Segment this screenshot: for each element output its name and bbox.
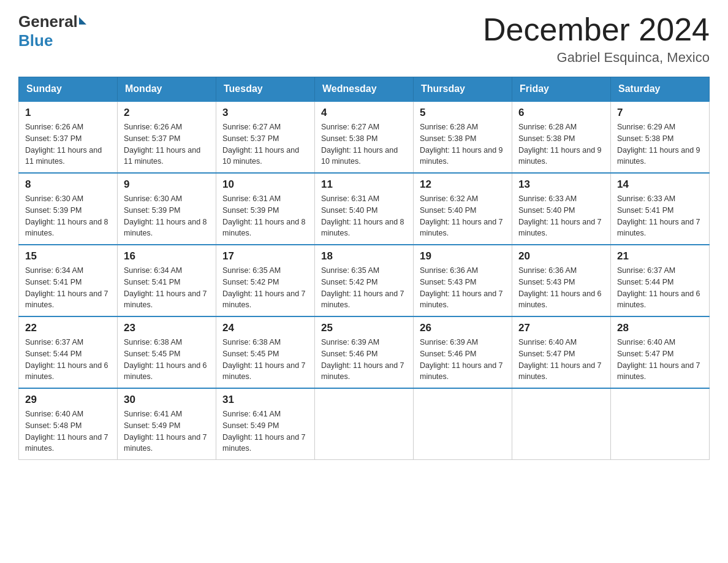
day-number: 24 [222, 322, 308, 334]
day-number: 25 [321, 322, 407, 334]
day-number: 3 [222, 107, 308, 119]
day-number: 16 [124, 250, 210, 262]
weekday-header-saturday: Saturday [611, 77, 710, 102]
calendar-cell: 11Sunrise: 6:31 AMSunset: 5:40 PMDayligh… [315, 173, 414, 245]
day-info: Sunrise: 6:38 AMSunset: 5:45 PMDaylight:… [222, 337, 308, 383]
week-row-2: 8Sunrise: 6:30 AMSunset: 5:39 PMDaylight… [19, 173, 710, 245]
weekday-header-friday: Friday [512, 77, 611, 102]
calendar-cell: 3Sunrise: 6:27 AMSunset: 5:37 PMDaylight… [216, 101, 315, 173]
calendar-cell [512, 388, 611, 460]
day-number: 11 [321, 178, 407, 191]
day-info: Sunrise: 6:26 AMSunset: 5:37 PMDaylight:… [124, 121, 210, 167]
weekday-header-row: SundayMondayTuesdayWednesdayThursdayFrid… [19, 77, 710, 102]
calendar-cell: 18Sunrise: 6:35 AMSunset: 5:42 PMDayligh… [315, 245, 414, 316]
calendar-cell: 8Sunrise: 6:30 AMSunset: 5:39 PMDaylight… [19, 173, 118, 245]
logo-general-text: General [18, 12, 78, 31]
day-number: 10 [222, 178, 308, 191]
day-info: Sunrise: 6:31 AMSunset: 5:39 PMDaylight:… [222, 193, 308, 239]
day-number: 14 [617, 178, 703, 191]
day-info: Sunrise: 6:29 AMSunset: 5:38 PMDaylight:… [617, 121, 703, 167]
calendar-cell: 17Sunrise: 6:35 AMSunset: 5:42 PMDayligh… [216, 245, 315, 316]
day-number: 21 [617, 250, 703, 262]
calendar-cell: 27Sunrise: 6:40 AMSunset: 5:47 PMDayligh… [512, 316, 611, 388]
day-number: 15 [25, 250, 111, 262]
weekday-header-wednesday: Wednesday [315, 77, 414, 102]
day-number: 23 [124, 322, 210, 334]
calendar-cell: 28Sunrise: 6:40 AMSunset: 5:47 PMDayligh… [611, 316, 710, 388]
calendar-cell: 16Sunrise: 6:34 AMSunset: 5:41 PMDayligh… [118, 245, 216, 316]
day-info: Sunrise: 6:27 AMSunset: 5:38 PMDaylight:… [321, 121, 407, 167]
day-info: Sunrise: 6:35 AMSunset: 5:42 PMDaylight:… [321, 265, 407, 311]
calendar-cell: 21Sunrise: 6:37 AMSunset: 5:44 PMDayligh… [611, 245, 710, 316]
day-number: 5 [420, 107, 506, 119]
day-number: 7 [617, 107, 703, 119]
day-info: Sunrise: 6:40 AMSunset: 5:47 PMDaylight:… [518, 337, 604, 383]
calendar-cell: 5Sunrise: 6:28 AMSunset: 5:38 PMDaylight… [414, 101, 512, 173]
calendar-cell: 10Sunrise: 6:31 AMSunset: 5:39 PMDayligh… [216, 173, 315, 245]
day-number: 12 [420, 178, 506, 191]
calendar-cell [414, 388, 512, 460]
day-number: 4 [321, 107, 407, 119]
day-number: 20 [518, 250, 604, 262]
weekday-header-thursday: Thursday [414, 77, 512, 102]
calendar-cell [315, 388, 414, 460]
day-info: Sunrise: 6:37 AMSunset: 5:44 PMDaylight:… [25, 337, 111, 383]
day-info: Sunrise: 6:36 AMSunset: 5:43 PMDaylight:… [420, 265, 506, 311]
day-info: Sunrise: 6:32 AMSunset: 5:40 PMDaylight:… [420, 193, 506, 239]
day-number: 31 [222, 394, 308, 406]
day-info: Sunrise: 6:35 AMSunset: 5:42 PMDaylight:… [222, 265, 308, 311]
calendar-cell: 30Sunrise: 6:41 AMSunset: 5:49 PMDayligh… [118, 388, 216, 460]
calendar-cell: 25Sunrise: 6:39 AMSunset: 5:46 PMDayligh… [315, 316, 414, 388]
calendar-table: SundayMondayTuesdayWednesdayThursdayFrid… [18, 77, 710, 460]
day-info: Sunrise: 6:33 AMSunset: 5:41 PMDaylight:… [617, 193, 703, 239]
day-info: Sunrise: 6:38 AMSunset: 5:45 PMDaylight:… [124, 337, 210, 383]
page-header: General Blue December 2024 Gabriel Esqui… [18, 12, 710, 66]
calendar-cell: 19Sunrise: 6:36 AMSunset: 5:43 PMDayligh… [414, 245, 512, 316]
calendar-cell: 4Sunrise: 6:27 AMSunset: 5:38 PMDaylight… [315, 101, 414, 173]
calendar-cell [611, 388, 710, 460]
calendar-cell: 14Sunrise: 6:33 AMSunset: 5:41 PMDayligh… [611, 173, 710, 245]
day-info: Sunrise: 6:37 AMSunset: 5:44 PMDaylight:… [617, 265, 703, 311]
day-number: 13 [518, 178, 604, 191]
day-info: Sunrise: 6:26 AMSunset: 5:37 PMDaylight:… [25, 121, 111, 167]
week-row-1: 1Sunrise: 6:26 AMSunset: 5:37 PMDaylight… [19, 101, 710, 173]
day-number: 22 [25, 322, 111, 334]
weekday-header-monday: Monday [118, 77, 216, 102]
day-info: Sunrise: 6:31 AMSunset: 5:40 PMDaylight:… [321, 193, 407, 239]
day-number: 6 [518, 107, 604, 119]
day-info: Sunrise: 6:28 AMSunset: 5:38 PMDaylight:… [518, 121, 604, 167]
calendar-cell: 22Sunrise: 6:37 AMSunset: 5:44 PMDayligh… [19, 316, 118, 388]
week-row-3: 15Sunrise: 6:34 AMSunset: 5:41 PMDayligh… [19, 245, 710, 316]
weekday-header-sunday: Sunday [19, 77, 118, 102]
day-number: 2 [124, 107, 210, 119]
day-number: 30 [124, 394, 210, 406]
day-info: Sunrise: 6:40 AMSunset: 5:47 PMDaylight:… [617, 337, 703, 383]
logo-blue-text: Blue [18, 31, 53, 50]
calendar-cell: 1Sunrise: 6:26 AMSunset: 5:37 PMDaylight… [19, 101, 118, 173]
calendar-cell: 31Sunrise: 6:41 AMSunset: 5:49 PMDayligh… [216, 388, 315, 460]
calendar-cell: 29Sunrise: 6:40 AMSunset: 5:48 PMDayligh… [19, 388, 118, 460]
day-number: 28 [617, 322, 703, 334]
logo-blue-part [78, 20, 86, 25]
title-section: December 2024 Gabriel Esquinca, Mexico [483, 12, 710, 66]
weekday-header-tuesday: Tuesday [216, 77, 315, 102]
day-info: Sunrise: 6:36 AMSunset: 5:43 PMDaylight:… [518, 265, 604, 311]
day-number: 29 [25, 394, 111, 406]
calendar-cell: 26Sunrise: 6:39 AMSunset: 5:46 PMDayligh… [414, 316, 512, 388]
calendar-cell: 9Sunrise: 6:30 AMSunset: 5:39 PMDaylight… [118, 173, 216, 245]
week-row-4: 22Sunrise: 6:37 AMSunset: 5:44 PMDayligh… [19, 316, 710, 388]
calendar-cell: 13Sunrise: 6:33 AMSunset: 5:40 PMDayligh… [512, 173, 611, 245]
day-info: Sunrise: 6:30 AMSunset: 5:39 PMDaylight:… [124, 193, 210, 239]
day-info: Sunrise: 6:27 AMSunset: 5:37 PMDaylight:… [222, 121, 308, 167]
day-info: Sunrise: 6:33 AMSunset: 5:40 PMDaylight:… [518, 193, 604, 239]
day-number: 17 [222, 250, 308, 262]
calendar-cell: 24Sunrise: 6:38 AMSunset: 5:45 PMDayligh… [216, 316, 315, 388]
calendar-cell: 6Sunrise: 6:28 AMSunset: 5:38 PMDaylight… [512, 101, 611, 173]
day-info: Sunrise: 6:39 AMSunset: 5:46 PMDaylight:… [420, 337, 506, 383]
day-number: 1 [25, 107, 111, 119]
day-info: Sunrise: 6:34 AMSunset: 5:41 PMDaylight:… [25, 265, 111, 311]
calendar-cell: 2Sunrise: 6:26 AMSunset: 5:37 PMDaylight… [118, 101, 216, 173]
calendar-cell: 20Sunrise: 6:36 AMSunset: 5:43 PMDayligh… [512, 245, 611, 316]
calendar-cell: 12Sunrise: 6:32 AMSunset: 5:40 PMDayligh… [414, 173, 512, 245]
day-number: 18 [321, 250, 407, 262]
